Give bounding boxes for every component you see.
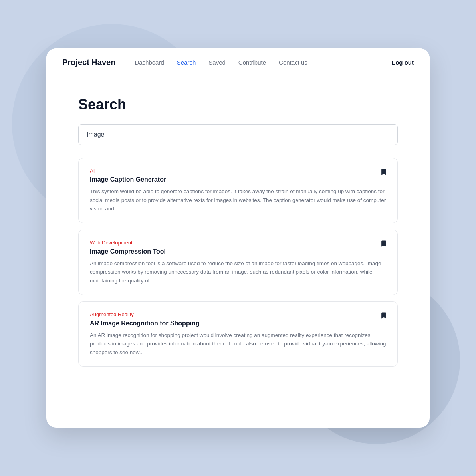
nav-link-contribute[interactable]: Contribute xyxy=(238,59,266,66)
card-category-2: Augmented Reality xyxy=(90,311,386,317)
card-category-0: AI xyxy=(90,168,386,174)
bookmark-icon-2[interactable] xyxy=(380,311,388,321)
nav-link-contact[interactable]: Contact us xyxy=(279,59,307,66)
card-description-2: An AR image recognition for shopping pro… xyxy=(90,331,386,357)
bookmark-icon-1[interactable] xyxy=(380,240,388,249)
search-input[interactable] xyxy=(78,124,398,145)
card-category-1: Web Development xyxy=(90,240,386,246)
bookmark-icon-0[interactable] xyxy=(380,168,388,177)
app-window: Project Haven DashboardSearchSavedContri… xyxy=(46,48,430,428)
card-title-0: Image Caption Generator xyxy=(90,176,386,183)
result-card-1: Web Development Image Compression Tool A… xyxy=(78,230,398,295)
card-title-2: AR Image Recognition for Shopping xyxy=(90,320,386,327)
navbar: Project Haven DashboardSearchSavedContri… xyxy=(46,48,430,77)
nav-link-search[interactable]: Search xyxy=(177,59,196,66)
card-description-0: This system would be able to generate ca… xyxy=(90,187,386,213)
page-title: Search xyxy=(78,96,398,113)
main-content: Search AI Image Caption Generator This s… xyxy=(46,77,430,386)
result-card-2: Augmented Reality AR Image Recognition f… xyxy=(78,301,398,367)
result-card-0: AI Image Caption Generator This system w… xyxy=(78,158,398,223)
results-list: AI Image Caption Generator This system w… xyxy=(78,158,398,367)
card-description-1: An image compression tool is a software … xyxy=(90,259,386,285)
card-title-1: Image Compression Tool xyxy=(90,248,386,255)
app-logo: Project Haven xyxy=(62,58,115,67)
logout-button[interactable]: Log out xyxy=(392,59,414,66)
nav-link-dashboard[interactable]: Dashboard xyxy=(135,59,164,66)
nav-link-saved[interactable]: Saved xyxy=(208,59,226,66)
nav-links: DashboardSearchSavedContributeContact us xyxy=(135,59,392,66)
